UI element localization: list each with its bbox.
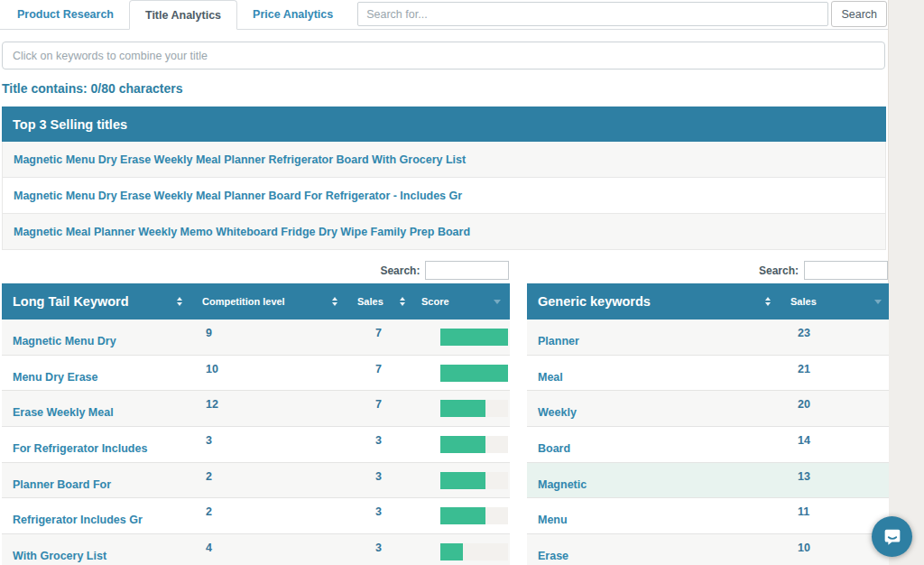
score-bar-track bbox=[440, 472, 508, 489]
generic-keyword-cell[interactable]: Erase bbox=[527, 542, 778, 562]
score-cell bbox=[412, 543, 510, 560]
generic-table-row[interactable]: Magnetic 13 bbox=[527, 463, 889, 499]
column-header-generic-sales[interactable]: Sales bbox=[778, 296, 889, 307]
chat-bubble-icon bbox=[881, 525, 904, 549]
generic-sales-cell: 10 bbox=[778, 542, 889, 562]
score-bar-track bbox=[440, 365, 508, 382]
column-label: Long Tail Keyword bbox=[13, 294, 129, 309]
generic-sales-cell: 11 bbox=[778, 505, 889, 526]
generic-search-label: Search: bbox=[759, 264, 799, 277]
tab-title-analytics[interactable]: Title Analytics bbox=[129, 0, 237, 30]
score-bar-fill bbox=[440, 400, 485, 417]
score-cell bbox=[412, 472, 510, 489]
score-bar-fill bbox=[440, 543, 463, 560]
column-header-sales[interactable]: Sales bbox=[345, 296, 412, 307]
long-tail-keyword-cell[interactable]: Refrigerator Includes Gr bbox=[2, 505, 189, 526]
title-combine-input[interactable] bbox=[2, 42, 885, 69]
competition-level-cell: 4 bbox=[189, 542, 345, 562]
app-page: Product Research Title Analytics Price A… bbox=[0, 0, 889, 565]
long-tail-search-label: Search: bbox=[380, 264, 420, 277]
product-search-input[interactable] bbox=[357, 2, 828, 26]
sales-cell: 7 bbox=[345, 363, 412, 384]
long-tail-table-row[interactable]: Planner Board For 2 3 bbox=[2, 463, 510, 499]
long-tail-table-body: Magnetic Menu Dry 9 7 Menu Dry Erase 10 … bbox=[2, 320, 510, 565]
generic-table-row[interactable]: Board 14 bbox=[527, 427, 889, 463]
generic-table-body: Planner 23 Meal 21 Weekly 20 Board 14 Ma… bbox=[527, 320, 889, 565]
long-tail-table-row[interactable]: For Refrigerator Includes 3 3 bbox=[2, 427, 510, 463]
score-bar-track bbox=[440, 329, 508, 346]
long-tail-search-input[interactable] bbox=[425, 261, 509, 280]
competition-level-cell: 9 bbox=[189, 327, 345, 347]
topbar-search-group: Search bbox=[357, 0, 888, 29]
score-bar-fill bbox=[440, 472, 485, 489]
generic-table-row[interactable]: Erase 10 bbox=[527, 534, 889, 565]
top3-title-row[interactable]: Magnetic Meal Planner Weekly Memo Whiteb… bbox=[2, 214, 886, 250]
generic-keyword-cell[interactable]: Planner bbox=[527, 327, 778, 347]
sales-cell: 7 bbox=[345, 327, 412, 347]
chat-launcher-button[interactable] bbox=[872, 516, 912, 557]
score-bar-fill bbox=[440, 507, 485, 524]
top3-title-text: Magnetic Menu Dry Erase Weekly Meal Plan… bbox=[14, 153, 466, 166]
column-header-long-tail-keyword[interactable]: Long Tail Keyword bbox=[2, 294, 189, 309]
generic-keyword-cell[interactable]: Meal bbox=[527, 363, 778, 384]
generic-keyword-cell[interactable]: Weekly bbox=[527, 398, 778, 419]
column-header-competition-level[interactable]: Competition level bbox=[189, 296, 345, 307]
generic-search-input[interactable] bbox=[804, 261, 888, 280]
long-tail-keyword-cell[interactable]: Menu Dry Erase bbox=[2, 363, 189, 384]
competition-level-cell: 3 bbox=[189, 434, 345, 455]
top3-title-row[interactable]: Magnetic Menu Dry Erase Weekly Meal Plan… bbox=[2, 142, 886, 178]
long-tail-keyword-cell[interactable]: With Grocery List bbox=[2, 542, 189, 562]
long-tail-keyword-cell[interactable]: Planner Board For bbox=[2, 470, 189, 491]
generic-keyword-cell[interactable]: Menu bbox=[527, 505, 778, 526]
score-bar-track bbox=[440, 507, 508, 524]
top3-title-row[interactable]: Magnetic Menu Dry Erase Weekly Meal Plan… bbox=[2, 178, 886, 214]
generic-keyword-cell[interactable]: Magnetic bbox=[527, 470, 778, 491]
long-tail-table-row[interactable]: Erase Weekly Meal 12 7 bbox=[2, 391, 510, 427]
generic-sales-cell: 13 bbox=[778, 470, 889, 491]
column-header-score[interactable]: Score bbox=[412, 296, 510, 307]
sales-cell: 3 bbox=[345, 542, 412, 562]
score-bar-fill bbox=[440, 365, 508, 382]
long-tail-table-row[interactable]: With Grocery List 4 3 bbox=[2, 534, 510, 565]
column-label: Competition level bbox=[202, 296, 285, 307]
long-tail-table-header: Long Tail Keyword Competition level Sale… bbox=[2, 283, 510, 320]
generic-keyword-cell[interactable]: Board bbox=[527, 434, 778, 455]
title-character-count: Title contains: 0/80 characters bbox=[2, 81, 886, 96]
tab-price-analytics[interactable]: Price Analytics bbox=[237, 0, 348, 29]
generic-table-row[interactable]: Menu 11 bbox=[527, 498, 889, 534]
generic-sales-cell: 20 bbox=[778, 398, 889, 419]
column-header-generic-keywords[interactable]: Generic keywords bbox=[527, 294, 778, 309]
generic-table-row[interactable]: Meal 21 bbox=[527, 356, 889, 392]
long-tail-table-row[interactable]: Refrigerator Includes Gr 2 3 bbox=[2, 498, 510, 534]
competition-level-cell: 2 bbox=[189, 470, 345, 491]
top3-title-text: Magnetic Meal Planner Weekly Memo Whiteb… bbox=[14, 226, 470, 238]
long-tail-keyword-cell[interactable]: For Refrigerator Includes bbox=[2, 434, 189, 455]
search-button[interactable]: Search bbox=[831, 1, 887, 27]
sort-icon[interactable] bbox=[177, 297, 182, 306]
tab-product-research[interactable]: Product Research bbox=[2, 0, 129, 29]
table-filters-row: Search: Search: bbox=[2, 261, 888, 280]
generic-sales-cell: 21 bbox=[778, 363, 889, 384]
long-tail-keyword-cell[interactable]: Erase Weekly Meal bbox=[2, 398, 189, 419]
column-label: Score bbox=[421, 296, 449, 307]
column-label: Sales bbox=[790, 296, 817, 307]
sort-desc-icon bbox=[494, 300, 501, 304]
long-tail-table-row[interactable]: Magnetic Menu Dry 9 7 bbox=[2, 320, 510, 356]
generic-table-row[interactable]: Weekly 20 bbox=[527, 391, 889, 427]
generic-filter-group: Search: bbox=[526, 261, 888, 280]
generic-sales-cell: 14 bbox=[778, 434, 889, 455]
generic-table-row[interactable]: Planner 23 bbox=[527, 320, 889, 356]
sort-desc-icon bbox=[874, 300, 882, 304]
generic-table-header: Generic keywords Sales bbox=[527, 283, 889, 320]
score-bar-fill bbox=[440, 436, 485, 453]
sort-icon[interactable] bbox=[765, 297, 771, 306]
keyword-tables: Long Tail Keyword Competition level Sale… bbox=[2, 283, 888, 565]
long-tail-keyword-cell[interactable]: Magnetic Menu Dry bbox=[2, 327, 189, 347]
sort-icon[interactable] bbox=[400, 297, 405, 306]
score-cell bbox=[412, 507, 510, 524]
top3-selling-titles-panel: Top 3 Selling titles Magnetic Menu Dry E… bbox=[2, 107, 886, 250]
sort-icon[interactable] bbox=[332, 297, 337, 306]
competition-level-cell: 10 bbox=[189, 363, 345, 384]
long-tail-table-row[interactable]: Menu Dry Erase 10 7 bbox=[2, 356, 510, 392]
generic-sales-cell: 23 bbox=[778, 327, 889, 347]
